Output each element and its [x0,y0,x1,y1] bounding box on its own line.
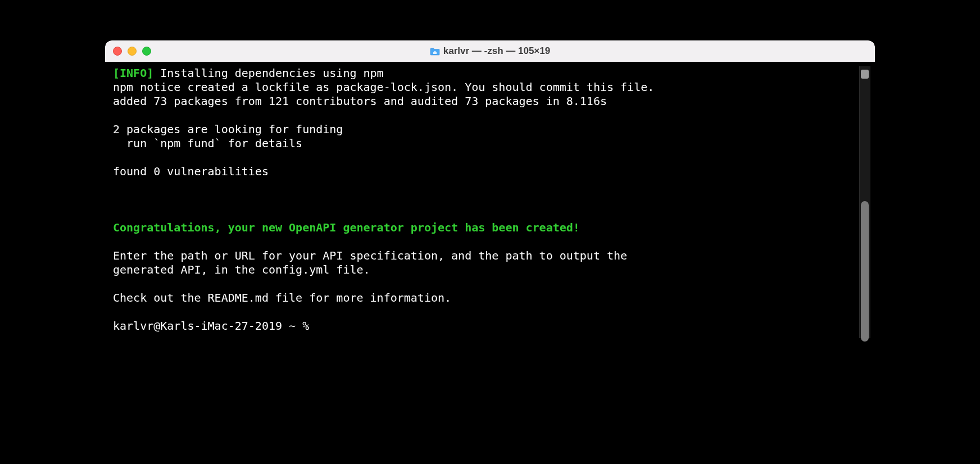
terminal-line: npm notice created a lockfile as package… [113,80,856,94]
scrollbar-track[interactable] [859,66,870,338]
terminal-text-segment: run `npm fund` for details [113,137,302,150]
terminal-line: added 73 packages from 121 contributors … [113,94,856,108]
terminal-line: found 0 vulnerabilities [113,165,856,179]
terminal-text-segment: Enter the path or URL for your API speci… [113,249,627,262]
terminal-text-segment: Congratulations, your new OpenAPI genera… [113,221,580,234]
terminal-text-segment: added 73 packages from 121 contributors … [113,94,607,108]
terminal-text-segment [113,151,120,164]
terminal-body[interactable]: [INFO] Installing dependencies using npm… [105,62,875,343]
terminal-text-segment: 2 packages are looking for funding [113,122,343,136]
close-button[interactable] [113,47,122,56]
terminal-line: Check out the README.md file for more in… [113,291,856,305]
scrollbar-thumb[interactable] [861,201,869,342]
terminal-line: run `npm fund` for details [113,137,856,151]
terminal-text-segment: generated API, in the config.yml file. [113,263,370,276]
terminal-line [113,235,856,249]
home-folder-icon [430,47,440,56]
terminal-text-segment: Installing dependencies using npm [153,66,383,80]
terminal-line: Congratulations, your new OpenAPI genera… [113,221,856,235]
traffic-lights [113,47,151,56]
terminal-text-segment [113,235,120,248]
terminal-text-segment: found 0 vulnerabilities [113,165,269,178]
terminal-line: generated API, in the config.yml file. [113,263,856,277]
terminal-line [113,207,856,221]
terminal-line [113,151,856,165]
terminal-line [113,193,856,207]
minimize-button[interactable] [128,47,137,56]
title-center: karlvr — -zsh — 105×19 [105,46,875,57]
terminal-line: 2 packages are looking for funding [113,122,856,137]
terminal-text-segment: [INFO] [113,66,153,80]
terminal-line [113,179,856,193]
terminal-text-segment: npm notice created a lockfile as package… [113,80,654,94]
terminal-line: [INFO] Installing dependencies using npm [113,66,856,80]
terminal-text-segment [113,179,120,192]
terminal-content[interactable]: [INFO] Installing dependencies using npm… [110,66,859,338]
terminal-text-segment [113,193,120,206]
terminal-line: karlvr@Karls-iMac-27-2019 ~ % [113,319,856,333]
terminal-text-segment [113,305,120,319]
titlebar[interactable]: karlvr — -zsh — 105×19 [105,40,875,62]
terminal-text-segment [113,108,120,122]
terminal-text-segment: karlvr@Karls-iMac-27-2019 ~ % [113,319,316,333]
terminal-text-segment [113,277,120,290]
terminal-line [113,277,856,291]
window-title: karlvr — -zsh — 105×19 [443,46,550,57]
terminal-window: karlvr — -zsh — 105×19 [INFO] Installing… [105,40,875,343]
terminal-line [113,305,856,319]
maximize-button[interactable] [142,47,151,56]
terminal-line [113,108,856,122]
terminal-text-segment [113,207,120,220]
terminal-text-segment: Check out the README.md file for more in… [113,291,451,304]
scrollbar-top-marker[interactable] [861,70,869,79]
terminal-line: Enter the path or URL for your API speci… [113,249,856,263]
